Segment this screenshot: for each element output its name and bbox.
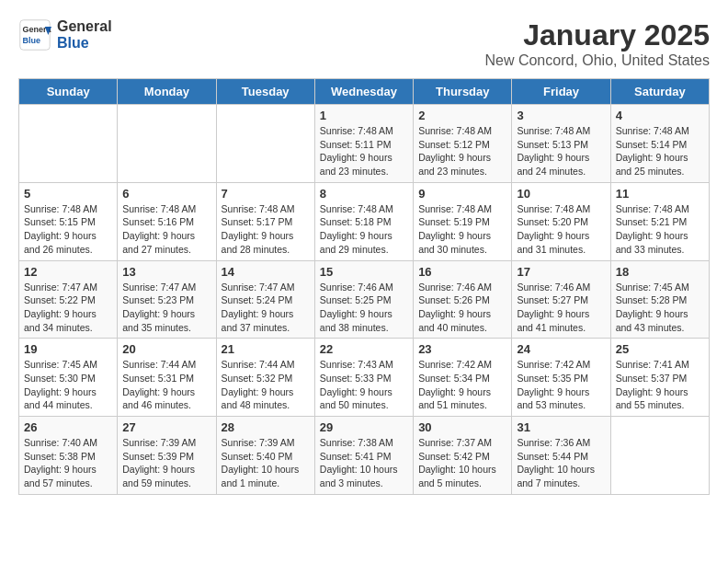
calendar-cell: 22Sunrise: 7:43 AM Sunset: 5:33 PM Dayli… (314, 339, 413, 417)
logo-general-text: General (57, 18, 112, 35)
weekday-header-tuesday: Tuesday (216, 79, 314, 105)
calendar-cell: 19Sunrise: 7:45 AM Sunset: 5:30 PM Dayli… (19, 339, 118, 417)
day-number: 6 (122, 187, 210, 201)
day-number: 24 (517, 342, 605, 356)
day-info: Sunrise: 7:48 AM Sunset: 5:18 PM Dayligh… (320, 202, 408, 257)
calendar-cell: 8Sunrise: 7:48 AM Sunset: 5:18 PM Daylig… (314, 182, 413, 260)
svg-text:Blue: Blue (23, 36, 41, 45)
day-number: 26 (24, 420, 112, 434)
day-number: 27 (122, 420, 210, 434)
day-info: Sunrise: 7:44 AM Sunset: 5:31 PM Dayligh… (122, 358, 210, 412)
day-number: 20 (122, 342, 210, 356)
day-info: Sunrise: 7:48 AM Sunset: 5:16 PM Dayligh… (122, 202, 210, 257)
day-number: 17 (517, 265, 605, 279)
weekday-header-wednesday: Wednesday (314, 79, 413, 105)
calendar-cell: 25Sunrise: 7:41 AM Sunset: 5:37 PM Dayli… (610, 339, 709, 417)
calendar-cell: 28Sunrise: 7:39 AM Sunset: 5:40 PM Dayli… (216, 417, 314, 495)
calendar-cell: 9Sunrise: 7:48 AM Sunset: 5:19 PM Daylig… (414, 182, 512, 260)
day-info: Sunrise: 7:36 AM Sunset: 5:44 PM Dayligh… (517, 436, 605, 490)
week-row-1: 1Sunrise: 7:48 AM Sunset: 5:11 PM Daylig… (19, 105, 710, 183)
day-number: 31 (517, 420, 605, 434)
calendar-cell: 14Sunrise: 7:47 AM Sunset: 5:24 PM Dayli… (216, 260, 314, 339)
day-number: 30 (418, 420, 506, 434)
day-info: Sunrise: 7:48 AM Sunset: 5:20 PM Dayligh… (517, 202, 605, 257)
day-number: 4 (616, 109, 704, 122)
day-info: Sunrise: 7:41 AM Sunset: 5:37 PM Dayligh… (616, 358, 704, 412)
day-number: 23 (418, 342, 506, 356)
calendar-cell: 6Sunrise: 7:48 AM Sunset: 5:16 PM Daylig… (118, 182, 216, 260)
day-number: 22 (320, 342, 408, 356)
calendar-cell: 24Sunrise: 7:42 AM Sunset: 5:35 PM Dayli… (512, 339, 610, 417)
week-row-5: 26Sunrise: 7:40 AM Sunset: 5:38 PM Dayli… (19, 417, 710, 495)
day-info: Sunrise: 7:39 AM Sunset: 5:39 PM Dayligh… (122, 436, 210, 490)
day-info: Sunrise: 7:43 AM Sunset: 5:33 PM Dayligh… (320, 358, 408, 412)
calendar-cell: 16Sunrise: 7:46 AM Sunset: 5:26 PM Dayli… (414, 260, 512, 339)
day-number: 11 (616, 187, 704, 201)
day-number: 25 (616, 342, 704, 356)
day-info: Sunrise: 7:48 AM Sunset: 5:13 PM Dayligh… (517, 124, 605, 178)
weekday-header-monday: Monday (118, 79, 216, 105)
day-info: Sunrise: 7:39 AM Sunset: 5:40 PM Dayligh… (222, 436, 310, 490)
day-info: Sunrise: 7:40 AM Sunset: 5:38 PM Dayligh… (24, 436, 112, 490)
weekday-header-thursday: Thursday (414, 79, 512, 105)
calendar-cell: 5Sunrise: 7:48 AM Sunset: 5:15 PM Daylig… (19, 182, 118, 260)
logo-icon: General Blue (18, 18, 51, 52)
calendar-cell (118, 105, 216, 183)
day-info: Sunrise: 7:48 AM Sunset: 5:21 PM Dayligh… (616, 202, 704, 257)
day-number: 28 (222, 420, 310, 434)
calendar-cell: 20Sunrise: 7:44 AM Sunset: 5:31 PM Dayli… (118, 339, 216, 417)
day-info: Sunrise: 7:48 AM Sunset: 5:12 PM Dayligh… (418, 124, 506, 178)
calendar-cell: 2Sunrise: 7:48 AM Sunset: 5:12 PM Daylig… (414, 105, 512, 183)
day-info: Sunrise: 7:48 AM Sunset: 5:19 PM Dayligh… (418, 202, 506, 257)
calendar-cell: 11Sunrise: 7:48 AM Sunset: 5:21 PM Dayli… (610, 182, 709, 260)
calendar-cell: 26Sunrise: 7:40 AM Sunset: 5:38 PM Dayli… (19, 417, 118, 495)
day-number: 18 (616, 265, 704, 279)
day-number: 9 (418, 187, 506, 201)
day-info: Sunrise: 7:46 AM Sunset: 5:27 PM Dayligh… (517, 281, 605, 335)
calendar-subtitle: New Concord, Ohio, United States (484, 52, 710, 69)
calendar-table: SundayMondayTuesdayWednesdayThursdayFrid… (18, 78, 710, 495)
calendar-cell: 15Sunrise: 7:46 AM Sunset: 5:25 PM Dayli… (314, 260, 413, 339)
weekday-header-row: SundayMondayTuesdayWednesdayThursdayFrid… (19, 79, 710, 105)
calendar-cell: 18Sunrise: 7:45 AM Sunset: 5:28 PM Dayli… (610, 260, 709, 339)
day-number: 29 (320, 420, 408, 434)
calendar-cell: 13Sunrise: 7:47 AM Sunset: 5:23 PM Dayli… (118, 260, 216, 339)
day-info: Sunrise: 7:44 AM Sunset: 5:32 PM Dayligh… (222, 358, 310, 412)
day-number: 7 (222, 187, 310, 201)
week-row-2: 5Sunrise: 7:48 AM Sunset: 5:15 PM Daylig… (19, 182, 710, 260)
day-number: 5 (24, 187, 112, 201)
logo-blue-text: Blue (57, 35, 112, 52)
weekday-header-friday: Friday (512, 79, 610, 105)
day-info: Sunrise: 7:48 AM Sunset: 5:17 PM Dayligh… (222, 202, 310, 257)
calendar-cell (216, 105, 314, 183)
calendar-cell (610, 417, 709, 495)
title-block: January 2025 New Concord, Ohio, United S… (484, 18, 710, 69)
day-number: 10 (517, 187, 605, 201)
day-info: Sunrise: 7:47 AM Sunset: 5:22 PM Dayligh… (24, 281, 112, 335)
calendar-cell (19, 105, 118, 183)
week-row-4: 19Sunrise: 7:45 AM Sunset: 5:30 PM Dayli… (19, 339, 710, 417)
day-number: 21 (222, 342, 310, 356)
calendar-cell: 3Sunrise: 7:48 AM Sunset: 5:13 PM Daylig… (512, 105, 610, 183)
day-number: 19 (24, 342, 112, 356)
day-info: Sunrise: 7:37 AM Sunset: 5:42 PM Dayligh… (418, 436, 506, 490)
day-info: Sunrise: 7:48 AM Sunset: 5:14 PM Dayligh… (616, 124, 704, 178)
day-number: 13 (122, 265, 210, 279)
calendar-title: January 2025 (484, 18, 710, 52)
day-info: Sunrise: 7:38 AM Sunset: 5:41 PM Dayligh… (320, 436, 408, 490)
calendar-cell: 12Sunrise: 7:47 AM Sunset: 5:22 PM Dayli… (19, 260, 118, 339)
day-number: 16 (418, 265, 506, 279)
day-number: 12 (24, 265, 112, 279)
weekday-header-saturday: Saturday (610, 79, 709, 105)
day-number: 2 (418, 109, 506, 122)
day-number: 8 (320, 187, 408, 201)
calendar-cell: 17Sunrise: 7:46 AM Sunset: 5:27 PM Dayli… (512, 260, 610, 339)
day-info: Sunrise: 7:45 AM Sunset: 5:28 PM Dayligh… (616, 281, 704, 335)
calendar-cell: 30Sunrise: 7:37 AM Sunset: 5:42 PM Dayli… (414, 417, 512, 495)
day-info: Sunrise: 7:45 AM Sunset: 5:30 PM Dayligh… (24, 358, 112, 412)
calendar-cell: 10Sunrise: 7:48 AM Sunset: 5:20 PM Dayli… (512, 182, 610, 260)
day-info: Sunrise: 7:47 AM Sunset: 5:23 PM Dayligh… (122, 281, 210, 335)
day-info: Sunrise: 7:48 AM Sunset: 5:11 PM Dayligh… (320, 124, 408, 178)
page-header: General Blue General Blue January 2025 N… (18, 18, 710, 69)
logo-text: General Blue (57, 18, 112, 51)
